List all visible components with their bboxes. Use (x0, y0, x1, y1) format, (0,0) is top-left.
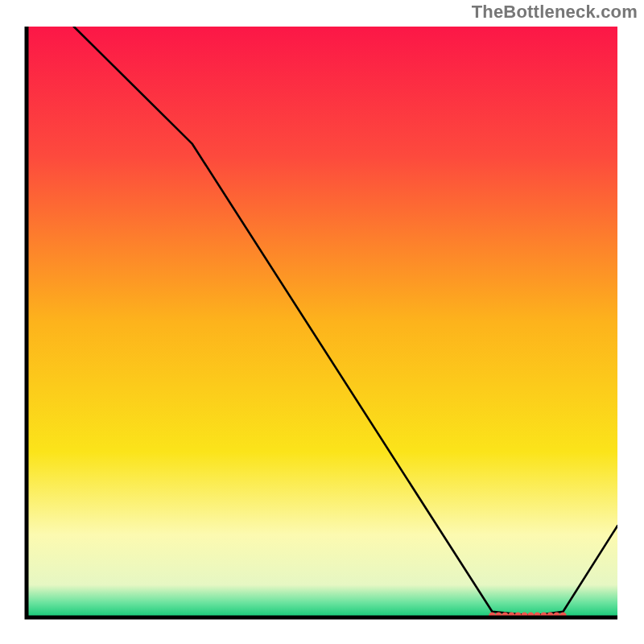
watermark-text: TheBottleneck.com (472, 2, 638, 23)
chart-container: TheBottleneck.com (0, 0, 644, 644)
bottleneck-chart (0, 0, 644, 644)
gradient-background (27, 27, 617, 617)
